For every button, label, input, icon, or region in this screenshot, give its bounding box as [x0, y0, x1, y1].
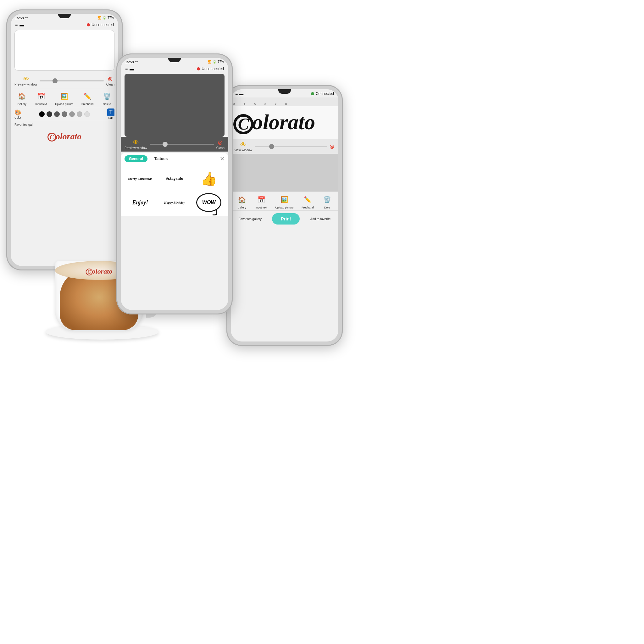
battery-bar-icon: ▬: [19, 22, 24, 27]
sticker-enjoy[interactable]: Enjoy!: [124, 192, 156, 214]
edit-icon[interactable]: T: [107, 108, 114, 116]
input-text-3-label: Input text: [256, 206, 267, 209]
tool-3-upload[interactable]: 🖼️ Upload picture: [275, 194, 293, 209]
phone-2-left-icons: ≡ ▬: [125, 66, 134, 71]
ruler-mark-4: 4: [244, 103, 245, 106]
battery-2-percent: 77%: [218, 60, 224, 64]
cup-logo-overlay: Colorato: [86, 267, 113, 275]
delete-icon[interactable]: 🗑️: [102, 91, 112, 102]
sticker-merry-christmas[interactable]: Merry Christmas: [124, 168, 156, 190]
tool-upload-picture[interactable]: 🖼️ Upload picture: [55, 91, 73, 106]
menu-3-icon: ≡: [235, 91, 238, 96]
ruler-mark-6: 6: [264, 103, 266, 106]
input-text-label: Input text: [36, 103, 47, 106]
phone-2-preview-section: 👁 Preview window: [125, 139, 147, 150]
phone-3-slider-row: 👁 view window ⊗: [231, 139, 338, 154]
phone-1-favorites: Favorites gall: [11, 121, 118, 128]
signal-2-icon: 📶: [208, 60, 211, 64]
gallery-3-icon[interactable]: 🏠: [237, 194, 247, 205]
color-black[interactable]: [39, 111, 45, 117]
phone-1-icons: 📶 🔋 77%: [97, 16, 114, 19]
color-lightgray[interactable]: [69, 111, 75, 117]
phone-1-slider-row: 👁 Preview window ⊗ Clean: [11, 73, 118, 88]
phone-2-slider[interactable]: [150, 144, 214, 145]
sticker-thumbsup[interactable]: 👍: [193, 168, 225, 190]
cup-colorato-text: Colorato: [86, 267, 113, 275]
tool-freehand[interactable]: ✏️ Freehand: [81, 91, 94, 106]
tool-delete[interactable]: 🗑️ Delete: [102, 91, 112, 106]
sticker-tabs: General Tattoos ✕: [121, 153, 228, 165]
ruler-mark-7: 7: [275, 103, 276, 106]
phone-1-slider-thumb[interactable]: [53, 78, 58, 83]
ruler-mark-8: 8: [285, 103, 287, 106]
upload-3-icon[interactable]: 🖼️: [279, 194, 290, 205]
phone-1-logo-display: Colorato: [11, 128, 118, 145]
color-wheel-icon[interactable]: 🎨: [14, 109, 21, 116]
time-text: 15:58: [15, 16, 24, 20]
phone-3-slider-thumb[interactable]: [269, 144, 274, 149]
tool-gallery[interactable]: 🏠 Gallery: [17, 91, 27, 106]
tool-3-freehand[interactable]: ✏️ Freehand: [302, 194, 314, 209]
freehand-label: Freehand: [81, 103, 94, 106]
tab-general[interactable]: General: [125, 155, 147, 162]
ruler-mark-3: 3: [233, 103, 235, 106]
close-circle-2-icon[interactable]: ⊗: [218, 139, 223, 146]
tool-3-delete[interactable]: 🗑️ Dele: [322, 194, 332, 209]
phone-3-bottom-bar: Favorites gallery Print Add to favorite: [231, 210, 338, 227]
color-white[interactable]: [84, 111, 90, 117]
phone-1-clean-section: ⊗ Clean: [106, 75, 114, 86]
signal-icon: 📶: [97, 16, 101, 19]
connection-3-dot: [311, 92, 314, 95]
color-gray[interactable]: [54, 111, 60, 117]
upload-label: Upload picture: [55, 103, 73, 106]
color-midgray[interactable]: [62, 111, 67, 117]
pencil-2-icon: ✏: [135, 60, 138, 64]
gallery-icon[interactable]: 🏠: [17, 91, 27, 102]
color-silver[interactable]: [77, 111, 82, 117]
print-button[interactable]: Print: [272, 213, 300, 225]
close-circle-icon[interactable]: ⊗: [108, 75, 113, 83]
time-2-text: 15:58: [125, 60, 134, 64]
phone-1-preview: [14, 30, 114, 71]
phone-3-screen: ≡ ▬ Connected 3 4 5 6 7 8 Colorato: [231, 89, 338, 341]
phone-3-tools: 🏠 gallery 📅 Input text 🖼️ Upload picture…: [231, 192, 338, 210]
battery-2-icon: 🔋: [213, 60, 216, 64]
sticker-staysafe[interactable]: #staysafe: [158, 168, 191, 190]
eye-2-icon: 👁: [133, 139, 139, 146]
add-to-favorite-btn[interactable]: Add to favorite: [310, 217, 330, 221]
tab-tattoos[interactable]: Tattoos: [150, 155, 172, 162]
tool-3-input-text[interactable]: 📅 Input text: [256, 194, 267, 209]
sticker-happy-birthday[interactable]: Happy Birthday: [158, 192, 191, 214]
phone-3-ruler: 3 4 5 6 7 8: [231, 97, 338, 106]
tool-input-text[interactable]: 📅 Input text: [36, 91, 47, 106]
phone-2-icons: 📶 🔋 77%: [208, 60, 224, 64]
input-text-3-icon[interactable]: 📅: [256, 194, 267, 205]
battery-percent: 77%: [108, 16, 114, 19]
close-panel-icon[interactable]: ✕: [220, 155, 225, 162]
phone-3-colorato-display: Colorato: [231, 106, 338, 139]
phone-3-slider[interactable]: [255, 146, 327, 147]
upload-3-label: Upload picture: [275, 206, 293, 209]
phone-3-connection: Connected: [311, 92, 334, 96]
phone-3-left: ≡ ▬: [235, 91, 243, 96]
color-darkgray[interactable]: [47, 111, 52, 117]
freehand-3-icon[interactable]: ✏️: [302, 194, 313, 205]
phone-1-slider[interactable]: [40, 80, 104, 81]
input-text-icon[interactable]: 📅: [36, 91, 47, 102]
sticker-wow[interactable]: WOW: [193, 192, 225, 214]
phone-2-connection: Unconnected: [197, 66, 224, 71]
delete-label: Delete: [103, 103, 111, 106]
tool-3-gallery[interactable]: 🏠 gallery: [237, 194, 247, 209]
delete-3-icon[interactable]: 🗑️: [322, 194, 332, 205]
close-circle-3-icon[interactable]: ⊗: [329, 143, 335, 150]
favorites-gallery-btn[interactable]: Favorites gallery: [239, 217, 262, 221]
delete-3-label: Dele: [324, 206, 330, 209]
color-palette: [39, 111, 90, 117]
ruler-mark-5: 5: [254, 103, 256, 106]
phone-3-preview-section: 👁 view window: [235, 141, 252, 152]
freehand-icon[interactable]: ✏️: [82, 91, 93, 102]
phone-2-slider-thumb[interactable]: [163, 142, 168, 147]
upload-icon[interactable]: 🖼️: [59, 91, 69, 102]
phone-2-sticker-panel: General Tattoos ✕ Merry Christmas #stays…: [121, 153, 228, 216]
phone-2-screen: 15:58 ✏ 📶 🔋 77% ≡ ▬ Unconnected: [121, 58, 228, 310]
